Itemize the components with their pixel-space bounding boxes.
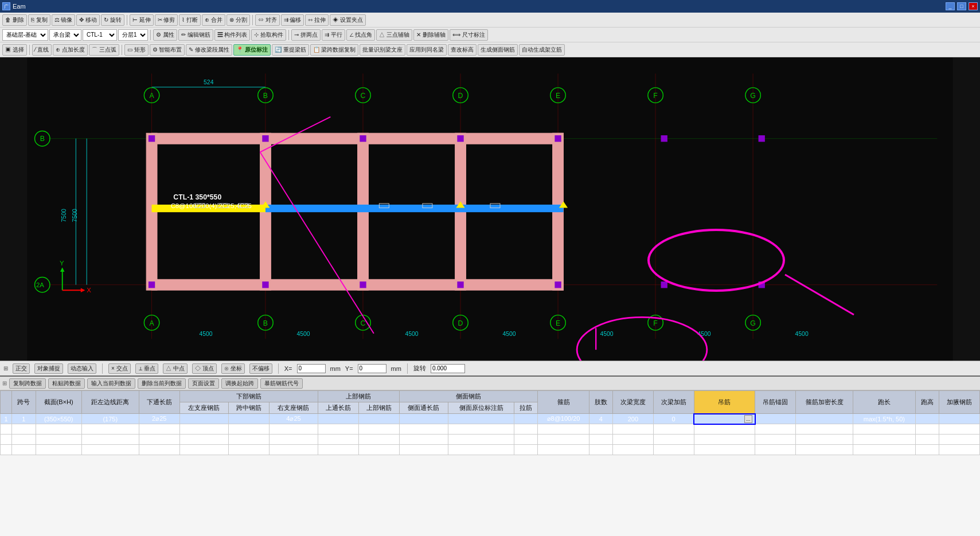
pick-component-button[interactable]: ⊹ 拾取构件: [251, 29, 286, 41]
floor-select[interactable]: 基础层-基础: [2, 29, 48, 41]
next-width-val: 200: [613, 414, 654, 424]
rotate-input[interactable]: [431, 364, 465, 373]
side-rebar-button[interactable]: 生成侧面钢筋: [478, 44, 518, 56]
table-row[interactable]: 3 3 (350×550) (175) ⌀8@100/20: [1, 435, 980, 445]
layer-select[interactable]: 分层1: [118, 29, 148, 41]
hanger-val[interactable]: [694, 445, 755, 455]
modify-prop-button[interactable]: ✎ 修改梁段属性: [186, 44, 232, 56]
copy-span-data-button[interactable]: 复制跨数据: [9, 378, 46, 389]
table-row[interactable]: 4 4 (350×550) (175) ⌀8@100/20: [1, 445, 980, 455]
re-extract-button[interactable]: 🔄 重提梁筋: [272, 44, 309, 56]
add-length-button[interactable]: ⊕ 点加长度: [53, 44, 88, 56]
y-input[interactable]: [358, 364, 386, 373]
element-select[interactable]: 承台梁: [49, 29, 81, 41]
point-angle-button[interactable]: ∠ 找点角: [346, 29, 376, 41]
align-button[interactable]: ⇔ 对齐: [255, 14, 280, 26]
th-span: 跨号: [12, 391, 36, 414]
next-add-val: [653, 445, 694, 455]
snap-button[interactable]: 对象捕捉: [34, 363, 63, 374]
th-row-num: [1, 391, 12, 414]
split-button[interactable]: ⊗ 分割: [227, 14, 250, 26]
grip-button[interactable]: ◈ 设置夹点: [330, 14, 366, 26]
table-container[interactable]: 跨号 截面(B×H) 距左边线距离 下通长筋 下部钢筋 上部钢筋 侧面钢筋 箍筋…: [0, 390, 980, 536]
three-point-aux-button[interactable]: △ 三点辅轴: [376, 29, 412, 41]
status-bar: ⊞ 正交 对象捕捉 动态输入 × 交点 ⊥ 垂点 △ 中点 ◇ 顶点 ⊙ 坐标 …: [0, 361, 980, 375]
offset-button[interactable]: ⇉ 偏移: [281, 14, 304, 26]
dimension-button[interactable]: ⟺ 尺寸标注: [450, 29, 488, 41]
hanger-val[interactable]: [694, 435, 755, 445]
window-controls[interactable]: _ □ ×: [946, 2, 978, 10]
smart-layout-button[interactable]: ⚙ 智能布置: [150, 44, 185, 56]
delete-button[interactable]: 🗑 删除: [2, 14, 27, 26]
rotate-button[interactable]: ↻ 旋转: [101, 14, 124, 26]
mid-snap[interactable]: △ 中点: [163, 363, 188, 374]
hanger-dropdown-button[interactable]: ...: [744, 415, 752, 423]
rect-button[interactable]: ▭ 矩形: [124, 44, 149, 56]
three-arc-button[interactable]: ⌒ 三点弧: [89, 44, 119, 56]
x-input[interactable]: [297, 364, 326, 373]
extend-button[interactable]: ⊢ 延伸: [130, 14, 154, 26]
th-side-local: 侧面原位标注筋: [448, 402, 514, 414]
th-top-bar: 上部钢筋: [318, 391, 400, 402]
hanger-val[interactable]: [694, 424, 755, 435]
delete-aux-button[interactable]: ✕ 删除辅轴: [413, 29, 448, 41]
th-run-len: 跑长: [853, 391, 915, 414]
delete-col-data-button[interactable]: 删除当前列数据: [138, 378, 186, 389]
input-col-data-button[interactable]: 输入当前列数据: [87, 378, 135, 389]
next-add-val: [653, 435, 694, 445]
two-point-button[interactable]: ⊸ 拼两点: [291, 29, 321, 41]
page-setup-button[interactable]: 页面设置: [188, 378, 219, 389]
row-index: 1: [1, 414, 12, 424]
property-button[interactable]: ⚙ 属性: [153, 29, 177, 41]
bottom-main-val: [139, 445, 179, 455]
table-row[interactable]: 1 1 (350×550) (175) 2⌀25 4⌀25 ⌀8@100/: [1, 414, 980, 424]
svg-text:G: G: [750, 92, 756, 100]
select-button[interactable]: ▣ 选择: [2, 44, 27, 56]
copy-button[interactable]: ⎘ 复制: [28, 14, 50, 26]
maximize-button[interactable]: □: [957, 2, 966, 10]
vertex-snap[interactable]: ◇ 顶点: [192, 363, 217, 374]
line-button[interactable]: ∕ 直线: [32, 44, 52, 56]
legs-val: 4: [589, 414, 612, 424]
auto-rebar-button[interactable]: 自动生成架立筋: [519, 44, 565, 56]
hanger-anchor-val: [755, 435, 796, 445]
stretch-button[interactable]: ⇿ 拉伸: [305, 14, 329, 26]
perp-snap[interactable]: ⊥ 垂点: [135, 363, 159, 374]
paste-span-data-button[interactable]: 粘贴跨数据: [48, 378, 85, 389]
mirror-button[interactable]: ⚖ 镜像: [52, 14, 76, 26]
top-bar-val: [358, 445, 399, 455]
tie-bar-val: [514, 445, 537, 455]
dynamic-input-button[interactable]: 动态输入: [68, 363, 96, 374]
copy-span-button[interactable]: 📋 梁跨数据复制: [310, 44, 359, 56]
add-bar-val: [939, 424, 979, 435]
check-height-button[interactable]: 查改标高: [448, 44, 477, 56]
move-button[interactable]: ✥ 移动: [76, 14, 100, 26]
intersect-snap[interactable]: × 交点: [108, 363, 131, 374]
merge-button[interactable]: ⊕ 合并: [202, 14, 225, 26]
next-add-val: 0: [653, 414, 694, 424]
batch-identify-button[interactable]: 批量识别梁文座: [360, 44, 405, 56]
hanger-anchor-val: [755, 414, 796, 424]
parallel-button[interactable]: ⇉ 平行: [322, 29, 345, 41]
cad-canvas-area[interactable]: A B C D E F G A B C D E F: [0, 57, 980, 361]
hanger-val[interactable]: ...: [694, 414, 755, 424]
coord-snap[interactable]: ⊙ 坐标: [221, 363, 245, 374]
table-row[interactable]: 2 2 (350×550) (175) ⌀8@100/20: [1, 424, 980, 435]
orthogonal-button[interactable]: 正交: [13, 363, 30, 374]
svg-rect-62: [149, 135, 155, 142]
trim-button[interactable]: ✂ 修剪: [155, 14, 178, 26]
exposed-rebar-button[interactable]: 暴筋钢筋代号: [260, 378, 303, 389]
edit-rebar-button[interactable]: ✏ 编辑钢筋: [178, 29, 213, 41]
close-button[interactable]: ×: [969, 2, 978, 10]
swap-span-button[interactable]: 调换起始跨: [221, 378, 258, 389]
component-list-button[interactable]: ☰ 构件列表: [214, 29, 251, 41]
ctl-select[interactable]: CTL-1: [83, 29, 117, 41]
tie-bar-val: [514, 414, 537, 424]
no-offset-snap[interactable]: 不偏移: [249, 363, 272, 374]
break-button[interactable]: ⌇ 打断: [179, 14, 201, 26]
original-label-button[interactable]: 📍 原位标注: [233, 44, 271, 56]
minimize-button[interactable]: _: [946, 2, 955, 10]
top-main-val: [318, 414, 359, 424]
th-hanger-anchor: 吊筋锚固: [755, 391, 796, 414]
apply-same-button[interactable]: 应用到同名梁: [407, 44, 447, 56]
